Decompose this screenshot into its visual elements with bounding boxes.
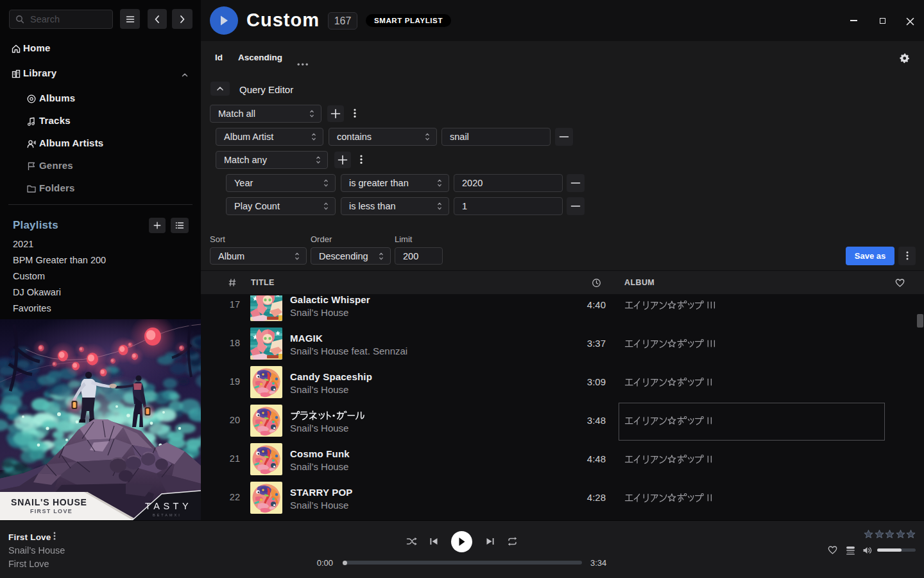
svg-text:SNAIL'S HOUSE: SNAIL'S HOUSE xyxy=(11,497,87,507)
svg-text:FIRST LOVE: FIRST LOVE xyxy=(30,508,73,514)
svg-text:TASTY: TASTY xyxy=(145,501,192,511)
svg-text:BETAMXI: BETAMXI xyxy=(153,513,182,517)
